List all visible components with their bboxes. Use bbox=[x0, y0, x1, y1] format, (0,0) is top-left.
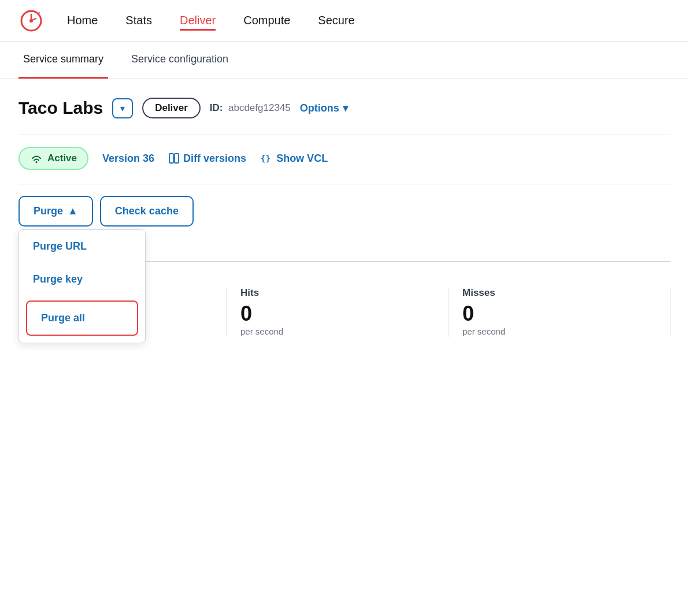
top-nav: Home Stats Deliver Compute Secure bbox=[0, 0, 689, 42]
svg-text:{}: {} bbox=[261, 154, 271, 163]
service-header: Taco Labs ▾ Deliver ID: abcdefg12345 Opt… bbox=[18, 98, 671, 118]
nav-item-compute[interactable]: Compute bbox=[243, 14, 290, 27]
divider-1 bbox=[18, 135, 671, 135]
purge-button[interactable]: Purge ▲ bbox=[18, 196, 93, 227]
tab-service-summary[interactable]: Service summary bbox=[18, 42, 108, 79]
purge-dropdown-container: Purge ▲ Purge URL Purge key Purge all bbox=[18, 196, 93, 227]
stat-hits-label: Hits bbox=[240, 287, 434, 299]
nav-item-deliver[interactable]: Deliver bbox=[180, 14, 216, 27]
stat-hits-sub: per second bbox=[240, 326, 434, 336]
options-chevron-icon: ▾ bbox=[343, 102, 348, 114]
diff-icon bbox=[168, 153, 180, 164]
nav-item-home[interactable]: Home bbox=[67, 14, 98, 27]
options-button[interactable]: Options ▾ bbox=[300, 102, 348, 114]
purge-key-item[interactable]: Purge key bbox=[19, 263, 145, 296]
service-name: Taco Labs bbox=[18, 98, 103, 118]
stat-misses-value: 0 bbox=[462, 303, 656, 324]
tab-service-configuration[interactable]: Service configuration bbox=[127, 42, 233, 79]
divider-2 bbox=[18, 184, 671, 184]
active-signal-icon bbox=[30, 153, 43, 164]
purge-dropdown-menu: Purge URL Purge key Purge all bbox=[18, 229, 146, 343]
service-dropdown-button[interactable]: ▾ bbox=[112, 98, 133, 118]
purge-all-item[interactable]: Purge all bbox=[26, 300, 138, 336]
purge-url-item[interactable]: Purge URL bbox=[19, 230, 145, 263]
version-row: Active Version 36 Diff versions {} Show … bbox=[18, 147, 671, 170]
svg-point-7 bbox=[36, 161, 38, 163]
stat-hits: Hits 0 per second bbox=[227, 287, 449, 337]
show-vcl-button[interactable]: {} Show VCL bbox=[260, 153, 328, 165]
main-content: Taco Labs ▾ Deliver ID: abcdefg12345 Opt… bbox=[0, 79, 689, 351]
nav-item-secure[interactable]: Secure bbox=[318, 14, 354, 27]
check-cache-button[interactable]: Check cache bbox=[100, 196, 194, 227]
stat-misses-label: Misses bbox=[462, 287, 656, 299]
service-id: ID: abcdefg12345 bbox=[210, 102, 291, 114]
purge-label: Purge bbox=[34, 205, 63, 217]
service-type-badge: Deliver bbox=[142, 98, 201, 118]
nav-item-stats[interactable]: Stats bbox=[125, 14, 152, 27]
vcl-icon: {} bbox=[260, 153, 273, 164]
options-label: Options bbox=[300, 102, 339, 114]
stat-hits-value: 0 bbox=[240, 303, 434, 324]
purge-section: Purge ▲ Purge URL Purge key Purge all Ch… bbox=[18, 196, 671, 227]
stat-misses-sub: per second bbox=[462, 326, 656, 336]
diff-versions-button[interactable]: Diff versions bbox=[168, 153, 246, 165]
svg-line-6 bbox=[38, 13, 39, 14]
version-label: Version 36 bbox=[102, 153, 154, 165]
svg-rect-8 bbox=[169, 154, 173, 163]
svg-rect-9 bbox=[175, 154, 179, 163]
active-badge: Active bbox=[18, 147, 88, 170]
nav-links: Home Stats Deliver Compute Secure bbox=[67, 14, 355, 27]
active-label: Active bbox=[47, 153, 77, 164]
purge-chevron-icon: ▲ bbox=[68, 205, 78, 217]
logo[interactable] bbox=[18, 7, 44, 35]
tabs-bar: Service summary Service configuration bbox=[0, 42, 689, 79]
stat-misses: Misses 0 per second bbox=[449, 287, 671, 337]
